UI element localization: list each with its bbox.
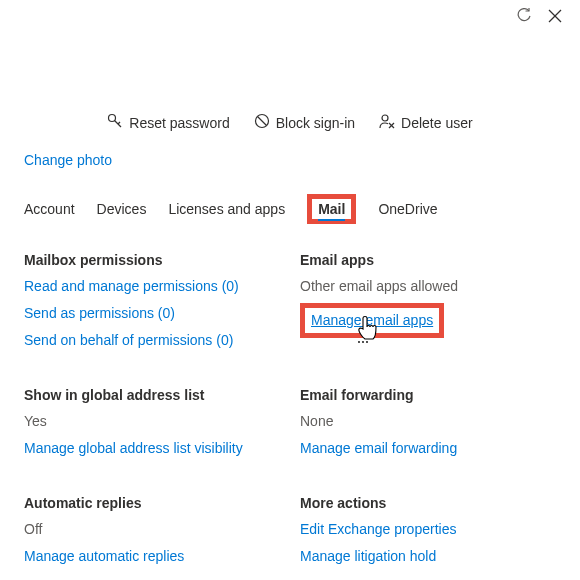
global-address-title: Show in global address list (24, 387, 280, 403)
highlight-mail-tab: Mail (307, 194, 356, 224)
manage-litigation-link[interactable]: Manage litigation hold (300, 546, 556, 567)
svg-point-12 (366, 341, 368, 343)
svg-point-11 (362, 341, 364, 343)
block-signin-label: Block sign-in (276, 115, 355, 131)
tab-licenses[interactable]: Licenses and apps (168, 199, 285, 219)
reset-password-button[interactable]: Reset password (107, 113, 229, 132)
delete-user-label: Delete user (401, 115, 473, 131)
section-email-forwarding: Email forwarding None Manage email forwa… (300, 387, 556, 465)
manage-global-address-link[interactable]: Manage global address list visibility (24, 438, 280, 459)
section-email-apps: Email apps Other email apps allowed Mana… (300, 252, 556, 357)
automatic-replies-title: Automatic replies (24, 495, 280, 511)
edit-exchange-link[interactable]: Edit Exchange properties (300, 519, 556, 540)
email-forwarding-value: None (300, 411, 556, 432)
svg-line-4 (118, 122, 120, 124)
delete-user-button[interactable]: Delete user (379, 113, 473, 132)
window-controls (516, 8, 562, 24)
svg-point-7 (382, 115, 388, 121)
send-on-behalf-permissions-link[interactable]: Send on behalf of permissions (0) (24, 330, 280, 351)
change-photo-link[interactable]: Change photo (24, 152, 112, 168)
block-icon (254, 113, 270, 132)
manage-email-forwarding-link[interactable]: Manage email forwarding (300, 438, 556, 459)
section-more-actions: More actions Edit Exchange properties Ma… (300, 495, 556, 573)
svg-line-6 (257, 117, 266, 126)
email-apps-status: Other email apps allowed (300, 276, 556, 297)
delete-user-icon (379, 113, 395, 132)
section-mailbox-permissions: Mailbox permissions Read and manage perm… (24, 252, 280, 357)
global-address-value: Yes (24, 411, 280, 432)
mailbox-permissions-title: Mailbox permissions (24, 252, 280, 268)
email-apps-title: Email apps (300, 252, 556, 268)
close-icon[interactable] (548, 9, 562, 23)
section-global-address: Show in global address list Yes Manage g… (24, 387, 280, 465)
tab-account[interactable]: Account (24, 199, 75, 219)
read-manage-permissions-link[interactable]: Read and manage permissions (0) (24, 276, 280, 297)
section-automatic-replies: Automatic replies Off Manage automatic r… (24, 495, 280, 573)
svg-point-10 (358, 341, 360, 343)
highlight-manage-email-apps: Manage email apps (300, 303, 444, 338)
tab-devices[interactable]: Devices (97, 199, 147, 219)
refresh-icon[interactable] (516, 8, 532, 24)
email-forwarding-title: Email forwarding (300, 387, 556, 403)
more-actions-title: More actions (300, 495, 556, 511)
tab-mail[interactable]: Mail (318, 199, 345, 221)
manage-email-apps-link[interactable]: Manage email apps (311, 312, 433, 328)
tabs: Account Devices Licenses and apps Mail O… (24, 194, 556, 224)
manage-automatic-replies-link[interactable]: Manage automatic replies (24, 546, 280, 567)
block-signin-button[interactable]: Block sign-in (254, 113, 355, 132)
svg-point-2 (109, 115, 116, 122)
content-grid: Mailbox permissions Read and manage perm… (24, 252, 556, 573)
tab-onedrive[interactable]: OneDrive (378, 199, 437, 219)
action-bar: Reset password Block sign-in Delete user (24, 113, 556, 132)
key-icon (107, 113, 123, 132)
automatic-replies-value: Off (24, 519, 280, 540)
send-as-permissions-link[interactable]: Send as permissions (0) (24, 303, 280, 324)
reset-password-label: Reset password (129, 115, 229, 131)
